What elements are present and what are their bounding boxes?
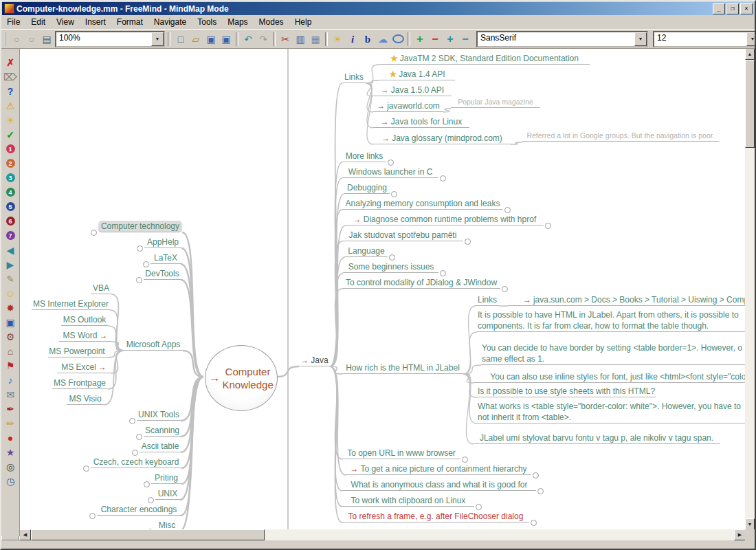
smiley-icon[interactable]: ☺ [2, 286, 19, 300]
map-node-links2[interactable]: Links [476, 294, 499, 306]
map-node-javatools[interactable]: →Java tools for Linux [373, 116, 469, 128]
map-node-debugging[interactable]: Debugging [344, 182, 390, 194]
map-node-javagloss[interactable]: →Java glossary (mindprod.com) [373, 133, 511, 144]
home-icon[interactable]: ⌂ [2, 344, 19, 358]
italic-button[interactable]: i [345, 32, 360, 47]
vertical-scrollbar[interactable]: ▲ ▼ [745, 48, 755, 529]
map-node-javaworld[interactable]: →javaworld.com [373, 100, 443, 112]
attach-icon[interactable]: ✎ [2, 272, 19, 286]
scroll-left-icon[interactable]: ◀ [19, 529, 31, 540]
new-map-button[interactable]: □ [173, 32, 188, 47]
fold-handle[interactable] [144, 481, 150, 487]
mail-icon[interactable]: ✉ [2, 387, 19, 402]
horizontal-scrollbar[interactable]: ◀ ▶ [19, 529, 745, 540]
menu-file[interactable]: File [1, 16, 25, 28]
map-node-msexcel[interactable]: MS Excel→ [57, 362, 111, 373]
map-node-language[interactable]: Language [345, 245, 388, 257]
cloud-button[interactable]: ☁ [375, 32, 390, 47]
toolbar-grip[interactable] [5, 32, 6, 46]
map-node-note1[interactable]: Popular Java magazine [451, 97, 540, 108]
nav-back-button[interactable]: ○ [9, 32, 24, 47]
fold-handle[interactable] [545, 223, 551, 229]
zoom-combobox[interactable]: 100% ▼ [55, 31, 165, 47]
help-icon[interactable]: ? [2, 84, 19, 98]
forward-icon[interactable]: ▶ [2, 257, 19, 272]
desktop-icon[interactable]: ▣ [2, 315, 19, 329]
menu-insert[interactable]: Insert [80, 16, 111, 28]
number-5-icon[interactable]: 5 [2, 199, 19, 214]
fold-handle[interactable] [132, 450, 138, 456]
map-node-note2[interactable]: Referred a lot in Google groups. But the… [522, 131, 719, 142]
number-2-icon[interactable]: 2 [2, 156, 19, 170]
nav-forward-button[interactable]: ○ [24, 32, 39, 47]
map-node-p6[interactable]: JLabel umí stylovat barvu fontu v tagu p… [473, 432, 720, 444]
menu-tools[interactable]: Tools [192, 16, 222, 28]
menu-format[interactable]: Format [111, 16, 148, 28]
map-node-java150[interactable]: →Java 1.5.0 API [373, 85, 452, 96]
map-node-msfront[interactable]: MS Frontpage [52, 377, 108, 389]
fold-handle[interactable] [136, 277, 142, 283]
menu-navigate[interactable]: Navigate [148, 16, 192, 28]
number-6-icon[interactable]: 6 [2, 214, 19, 228]
map-node-comptech[interactable]: Computer technology [98, 221, 182, 232]
tools-icon[interactable]: ⚙ [2, 329, 19, 344]
map-node-jdkdoc[interactable]: ★JavaTM 2 SDK, Standard Edition Document… [379, 53, 590, 65]
wizard-icon[interactable]: ★ [2, 445, 19, 459]
fold-handle[interactable] [136, 434, 142, 440]
font-increase-button[interactable]: + [443, 32, 458, 47]
pen-icon[interactable]: ✒ [2, 402, 19, 416]
music-note-icon[interactable]: ♪ [2, 373, 19, 387]
map-node-p3[interactable]: You can also use inline styles for font,… [474, 371, 745, 383]
fold-handle[interactable] [504, 207, 511, 213]
fold-handle[interactable] [465, 239, 471, 245]
paste-button[interactable]: ▦ [308, 32, 323, 47]
warning-icon[interactable]: ⚠ [2, 98, 19, 113]
map-node-vba[interactable]: VBA [91, 283, 111, 294]
map-node-msoutlook[interactable]: MS Outlook [61, 314, 108, 326]
map-node-msie[interactable]: MS Internet Explorer [32, 298, 110, 310]
fold-handle[interactable] [476, 504, 482, 510]
map-node-devtools[interactable]: DevTools [144, 268, 181, 280]
font-dropdown-icon[interactable]: ▼ [634, 32, 647, 46]
close-button[interactable]: × [740, 3, 753, 14]
print-button[interactable]: ▤ [39, 32, 54, 47]
save-as-button[interactable]: ▣ [219, 32, 234, 47]
fold-handle[interactable] [388, 160, 394, 166]
map-node-msvisio[interactable]: MS Visio [67, 393, 104, 405]
map-node-czech[interactable]: Czech, czech keyboard [91, 456, 181, 468]
map-node-ascii[interactable]: Ascii table [140, 441, 181, 452]
scroll-up-icon[interactable]: ▲ [745, 48, 755, 60]
cut-button[interactable]: ✂ [278, 32, 293, 47]
map-node-apphelp[interactable]: AppHelp [144, 236, 181, 248]
map-node-nicepic[interactable]: →To get a nice picture of containment hi… [346, 463, 531, 475]
font-combobox[interactable]: SansSerif ▼ [476, 31, 648, 47]
map-node-anon[interactable]: What is anonymous class and what it is g… [342, 479, 536, 491]
map-node-p1[interactable]: It is possible to have HTML in JLabel. A… [477, 309, 745, 332]
map-node-clipboard[interactable]: To work with clipboard on Linux [342, 495, 474, 507]
map-node-msapps[interactable]: Microsoft Apps [124, 339, 183, 351]
save-map-button[interactable]: ▣ [203, 32, 219, 47]
map-node-unixtools[interactable]: UNIX Tools [137, 409, 181, 421]
scroll-right-icon[interactable]: ▶ [734, 529, 746, 540]
menu-maps[interactable]: Maps [222, 16, 253, 28]
map-node-unix[interactable]: UNIX [155, 488, 180, 500]
number-7-icon[interactable]: 7 [2, 228, 19, 243]
open-map-button[interactable]: ▱ [188, 32, 203, 47]
title-bar[interactable]: Computer-knowledge.mm - FreeMind - MindM… [2, 2, 754, 15]
fold-handle[interactable] [83, 465, 89, 472]
bomb-icon[interactable]: ✸ [2, 300, 19, 315]
clock-icon[interactable]: ◷ [2, 474, 19, 488]
number-4-icon[interactable]: 4 [2, 185, 19, 199]
vertical-scroll-thumb[interactable] [745, 60, 755, 148]
fold-handle[interactable] [389, 254, 395, 261]
ok-icon[interactable]: ✓ [2, 127, 19, 142]
idea-button[interactable]: ☀ [330, 32, 345, 47]
map-node-sun[interactable]: →java.sun.com > Docs > Books > Tutorial … [509, 294, 745, 306]
remove-node-button[interactable]: − [427, 32, 443, 47]
remove-last-icon-button[interactable]: ✗ [2, 55, 19, 69]
horizontal-scroll-thumb[interactable] [31, 529, 265, 540]
scroll-down-icon[interactable]: ▼ [745, 518, 755, 530]
mindmap-canvas[interactable]: →JavaLinks★JavaTM 2 SDK, Standard Editio… [19, 48, 745, 529]
map-node-modality[interactable]: To control modality of JDialog & JWindow [342, 277, 500, 289]
fold-handle[interactable] [462, 456, 468, 463]
